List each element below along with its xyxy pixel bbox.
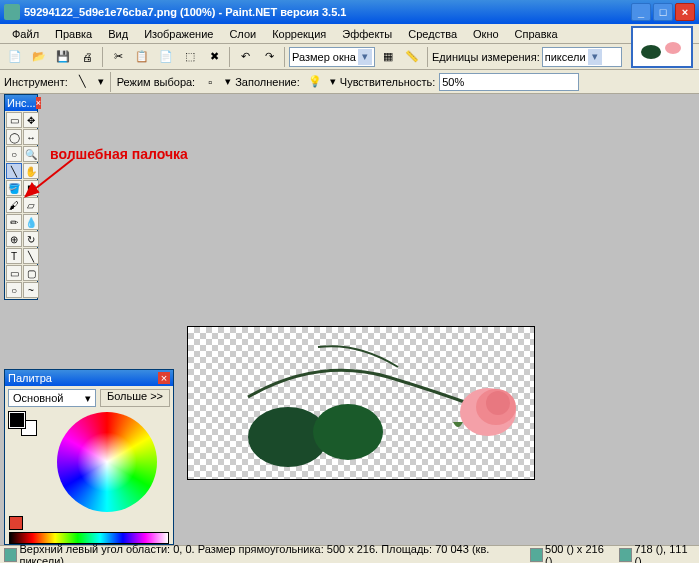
new-button[interactable]: 📄 — [4, 46, 26, 68]
palette-title-text: Палитра — [8, 372, 52, 384]
document-thumbnail[interactable] — [631, 26, 693, 68]
close-button[interactable]: × — [675, 3, 695, 21]
region-icon — [4, 548, 17, 562]
status-size: 500 () x 216 () — [530, 543, 611, 564]
main-toolbar: 📄 📂 💾 🖨 ✂ 📋 📄 ⬚ ✖ ↶ ↷ Размер окна ▾ ▦ 📏 … — [0, 44, 699, 70]
menu-file[interactable]: Файл — [4, 26, 47, 42]
separator — [284, 47, 285, 67]
menu-help[interactable]: Справка — [507, 26, 566, 42]
tool-options-bar: Инструмент: ╲ ▾ Режим выбора: ▫ ▾ Заполн… — [0, 70, 699, 94]
menu-window[interactable]: Окно — [465, 26, 507, 42]
checker-background — [188, 327, 534, 479]
units-combo[interactable]: пиксели ▾ — [542, 47, 622, 67]
primary-label: Основной — [13, 392, 63, 404]
tool-lasso[interactable]: ◯ — [6, 129, 22, 145]
crop-button[interactable]: ⬚ — [179, 46, 201, 68]
sensitivity-input[interactable] — [439, 73, 579, 91]
tool-rect[interactable]: ▭ — [6, 265, 22, 281]
color-swatches[interactable] — [9, 412, 37, 436]
undo-button[interactable]: ↶ — [234, 46, 256, 68]
grid-button[interactable]: ▦ — [377, 46, 399, 68]
separator — [229, 47, 230, 67]
current-color[interactable] — [9, 516, 23, 530]
palette-panel: Палитра × Основной ▾ Больше >> — [4, 369, 174, 545]
tools-title-text: Инс... — [7, 97, 36, 109]
menu-layers[interactable]: Слои — [221, 26, 264, 42]
chevron-down-icon: ▾ — [85, 392, 91, 405]
palette-title: Палитра × — [5, 370, 173, 386]
tool-freeform[interactable]: ~ — [23, 282, 39, 298]
tool-text[interactable]: T — [6, 248, 22, 264]
status-bar: Верхний левый угол области: 0, 0. Размер… — [0, 545, 699, 563]
menu-image[interactable]: Изображение — [136, 26, 221, 42]
annotation-arrow — [18, 154, 78, 204]
tools-grid: ▭ ✥ ◯ ↔ ○ 🔍 ╲ ✋ 🪣 ◧ 🖌 ▱ ✏ 💧 ⊕ ↻ T ╲ ▭ ▢ … — [5, 111, 37, 299]
save-button[interactable]: 💾 — [52, 46, 74, 68]
more-button[interactable]: Больше >> — [100, 389, 170, 407]
chevron-down-icon[interactable]: ▾ — [98, 75, 104, 88]
menu-view[interactable]: Вид — [100, 26, 136, 42]
palette-controls: Основной ▾ Больше >> — [5, 386, 173, 410]
menu-bar: Файл Правка Вид Изображение Слои Коррекц… — [0, 24, 699, 44]
menu-effects[interactable]: Эффекты — [334, 26, 400, 42]
resize-combo[interactable]: Размер окна ▾ — [289, 47, 375, 67]
redo-button[interactable]: ↷ — [258, 46, 280, 68]
tool-rounded-rect[interactable]: ▢ — [23, 265, 39, 281]
window-title: 59294122_5d9e1e76cba7.png (100%) - Paint… — [24, 6, 629, 18]
app-icon — [4, 4, 20, 20]
resize-label: Размер окна — [292, 51, 356, 63]
rose-image — [238, 337, 538, 477]
select-mode-label: Режим выбора: — [117, 76, 195, 88]
units-label: Единицы измерения: — [432, 51, 540, 63]
canvas[interactable] — [187, 326, 535, 480]
chevron-down-icon: ▾ — [588, 49, 602, 65]
deselect-button[interactable]: ✖ — [203, 46, 225, 68]
close-icon[interactable]: × — [158, 372, 170, 384]
paste-button[interactable]: 📄 — [155, 46, 177, 68]
tool-line[interactable]: ╲ — [23, 248, 39, 264]
print-button[interactable]: 🖨 — [76, 46, 98, 68]
separator — [110, 72, 111, 92]
menu-adjust[interactable]: Коррекция — [264, 26, 334, 42]
chevron-down-icon[interactable]: ▾ — [225, 75, 231, 88]
tool-ellipse[interactable]: ○ — [6, 282, 22, 298]
minimize-button[interactable]: _ — [631, 3, 651, 21]
title-bar: 59294122_5d9e1e76cba7.png (100%) - Paint… — [0, 0, 699, 24]
chevron-down-icon[interactable]: ▾ — [330, 75, 336, 88]
cut-button[interactable]: ✂ — [107, 46, 129, 68]
size-text: 500 () x 216 () — [545, 543, 611, 564]
menu-tools[interactable]: Средства — [400, 26, 465, 42]
close-icon[interactable]: × — [36, 97, 41, 109]
tool-move[interactable]: ✥ — [23, 112, 39, 128]
open-button[interactable]: 📂 — [28, 46, 50, 68]
cursor-text: 718 (), 111 () — [634, 543, 695, 564]
svg-point-4 — [486, 391, 510, 415]
separator — [427, 47, 428, 67]
ruler-button[interactable]: 📏 — [401, 46, 423, 68]
tool-color-picker[interactable]: 💧 — [23, 214, 39, 230]
svg-point-5 — [665, 42, 681, 54]
tool-icon[interactable]: ╲ — [72, 71, 94, 93]
status-cursor: 718 (), 111 () — [619, 543, 695, 564]
units-value: пиксели — [545, 51, 586, 63]
region-text: Верхний левый угол области: 0, 0. Размер… — [19, 543, 513, 564]
svg-point-6 — [641, 45, 661, 59]
size-icon — [530, 548, 543, 562]
tool-rect-select[interactable]: ▭ — [6, 112, 22, 128]
menu-edit[interactable]: Правка — [47, 26, 100, 42]
select-mode-button[interactable]: ▫ — [199, 71, 221, 93]
sensitivity-label: Чувствительность: — [340, 76, 435, 88]
fg-color[interactable] — [9, 412, 25, 428]
fill-label: Заполнение: — [235, 76, 300, 88]
tool-pencil[interactable]: ✏ — [6, 214, 22, 230]
chevron-down-icon: ▾ — [358, 49, 372, 65]
tool-move-sel[interactable]: ↔ — [23, 129, 39, 145]
tool-recolor[interactable]: ↻ — [23, 231, 39, 247]
tool-clone[interactable]: ⊕ — [6, 231, 22, 247]
color-wheel[interactable] — [57, 412, 157, 512]
copy-button[interactable]: 📋 — [131, 46, 153, 68]
separator — [102, 47, 103, 67]
primary-combo[interactable]: Основной ▾ — [8, 389, 96, 407]
fill-button[interactable]: 💡 — [304, 71, 326, 93]
maximize-button[interactable]: □ — [653, 3, 673, 21]
